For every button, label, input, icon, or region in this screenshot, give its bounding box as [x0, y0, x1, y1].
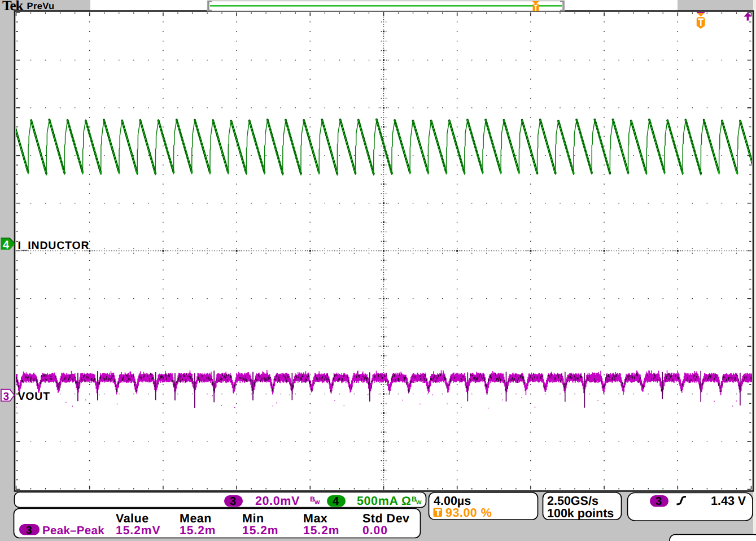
- svg-text:93.00 %: 93.00 %: [445, 506, 492, 520]
- svg-text:PreVu: PreVu: [27, 1, 55, 11]
- svg-text:2.50GS/s: 2.50GS/s: [547, 494, 598, 508]
- svg-text:Ω: Ω: [401, 495, 411, 508]
- svg-text:Std Dev: Std Dev: [362, 512, 410, 525]
- svg-text:3: 3: [3, 391, 10, 403]
- svg-text:3: 3: [26, 525, 32, 536]
- svg-text:4: 4: [333, 495, 339, 508]
- svg-text:3: 3: [230, 495, 236, 508]
- svg-text:100k points: 100k points: [547, 507, 614, 520]
- svg-text:500mA: 500mA: [357, 494, 399, 508]
- svg-text:1.43 V: 1.43 V: [711, 494, 746, 508]
- svg-text:I_INDUCTOR: I_INDUCTOR: [18, 239, 90, 252]
- svg-text:15.2m: 15.2m: [303, 524, 340, 537]
- svg-text:20.0mV: 20.0mV: [255, 494, 300, 508]
- svg-text:0.00: 0.00: [362, 524, 388, 537]
- svg-text:W: W: [314, 500, 320, 506]
- svg-text:Mean: Mean: [180, 512, 212, 525]
- svg-text:15.2m: 15.2m: [180, 524, 216, 537]
- svg-text:Value: Value: [116, 512, 149, 525]
- svg-text:4: 4: [3, 239, 10, 251]
- svg-text:15.2m: 15.2m: [242, 524, 279, 537]
- svg-text:4.00µs: 4.00µs: [434, 494, 471, 508]
- svg-text:Min: Min: [242, 512, 264, 525]
- svg-text:VOUT: VOUT: [18, 390, 50, 403]
- svg-text:3: 3: [656, 495, 662, 508]
- svg-text:Peak–Peak: Peak–Peak: [42, 524, 104, 537]
- svg-text:Max: Max: [303, 512, 327, 525]
- svg-text:Tek: Tek: [2, 0, 23, 14]
- svg-text:15.2mV: 15.2mV: [116, 524, 161, 537]
- svg-text:W: W: [416, 500, 422, 506]
